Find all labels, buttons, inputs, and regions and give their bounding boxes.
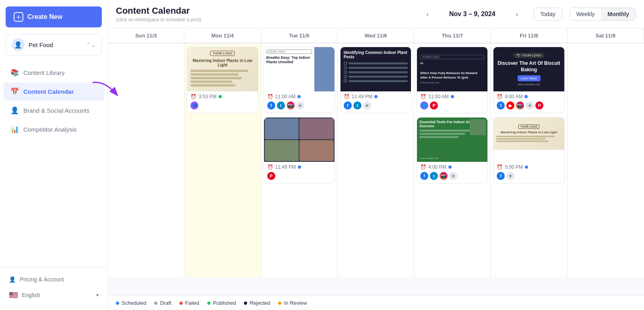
- col-header-wed: Wed 11/6: [338, 29, 414, 43]
- telegram-icon: t: [277, 101, 285, 110]
- flag-icon: 🇺🇸: [9, 291, 18, 300]
- instagram-icon: 📷: [516, 101, 524, 110]
- col-header-mon: Mon 11/4: [184, 29, 261, 43]
- status-dot: [525, 165, 528, 169]
- plus-icon: ＋: [14, 12, 23, 22]
- pinterest-icon: P: [430, 101, 438, 110]
- draft-label: Draft: [160, 300, 171, 306]
- failed-dot: [180, 302, 183, 305]
- add-social-icon[interactable]: +: [363, 101, 371, 110]
- status-dot: [524, 95, 528, 98]
- add-social-icon[interactable]: +: [449, 172, 457, 180]
- monthly-view-button[interactable]: Monthly: [601, 8, 636, 20]
- today-button[interactable]: Today: [533, 8, 562, 21]
- social-icons: f t 📷 +: [267, 101, 331, 110]
- sidebar-item-competitor[interactable]: 📊 Competitor Analysis: [3, 120, 104, 138]
- sidebar-item-label: Content Calendar: [23, 88, 74, 95]
- sidebar-item-content-calendar[interactable]: 📅 Content Calendar: [3, 83, 104, 101]
- post-time-text: 11:49 PM: [352, 94, 372, 99]
- col-tue[interactable]: YOUR LOGO Breathe Easy: Top Indoor Plant…: [261, 43, 338, 277]
- legend-published: Published: [207, 300, 236, 306]
- clock-icon: ⏰: [267, 94, 273, 99]
- social-icons: f t 📷 +: [420, 172, 484, 180]
- status-dot: [297, 95, 301, 98]
- account-selector[interactable]: 👤 Pet Food ⌃⌄: [6, 34, 102, 56]
- status-dot: [298, 165, 301, 169]
- chevron-down-icon: ▾: [96, 292, 99, 298]
- pricing-label: Pricing & Account: [20, 276, 64, 283]
- post-time-text: 8:00 AM: [505, 94, 522, 99]
- add-social-icon[interactable]: +: [296, 101, 304, 110]
- add-social-icon[interactable]: +: [526, 101, 534, 110]
- status-dot: [451, 95, 454, 98]
- col-wed[interactable]: Identifying Common Indoor Plant Pests: [338, 43, 414, 277]
- next-week-button[interactable]: ›: [512, 8, 521, 20]
- post-card-tue-1[interactable]: YOUR LOGO Breathe Easy: Top Indoor Plant…: [264, 47, 335, 113]
- post-thumbnail: YOUR LOGO Mastering Indoor Plants in Low…: [493, 118, 564, 162]
- calendar-grid: Sun 11/3 Mon 11/4 Tue 11/5 Wed 11/6 Thu …: [108, 29, 644, 277]
- post-card-thu-2[interactable]: Essential Tools For Indoor Gardening Suc…: [417, 117, 488, 184]
- sidebar-item-content-library[interactable]: 📚 Content Library: [3, 64, 104, 82]
- clock-icon: ⏰: [267, 164, 273, 170]
- post-time-text: 4:00 PM: [428, 164, 446, 170]
- col-fri[interactable]: 📷 YOUR LOGO Discover The Art Of Biscuit …: [491, 43, 567, 277]
- status-dot: [219, 95, 222, 98]
- calendar-grid-wrap: Sun 11/3 Mon 11/4 Tue 11/5 Wed 11/6 Thu …: [108, 29, 644, 296]
- post-card-mon-1[interactable]: YOUR LOGO Mastering Indoor Plants in Low…: [187, 47, 258, 113]
- social-icons: 🌐 P: [420, 101, 484, 110]
- status-dot: [448, 165, 452, 169]
- post-time-text: 11:49 PM: [275, 164, 296, 170]
- col-header-fri: Fri 11/8: [491, 29, 567, 43]
- telegram-icon: t: [353, 101, 361, 110]
- legend-draft: Draft: [154, 300, 171, 306]
- prev-week-button[interactable]: ‹: [423, 8, 432, 20]
- col-sun[interactable]: [108, 43, 184, 277]
- failed-label: Failed: [185, 300, 199, 306]
- weekly-view-button[interactable]: Weekly: [570, 8, 601, 20]
- create-new-button[interactable]: ＋ Create New: [6, 6, 102, 27]
- post-card-fri-1[interactable]: 📷 YOUR LOGO Discover The Art Of Biscuit …: [493, 47, 564, 113]
- post-card-tue-2[interactable]: ⏰ 11:49 PM P: [264, 117, 335, 184]
- draft-dot: [154, 302, 157, 305]
- add-social-icon[interactable]: +: [506, 172, 514, 180]
- view-toggle: Weekly Monthly: [570, 8, 636, 21]
- post-card-fri-2[interactable]: YOUR LOGO Mastering Indoor Plants in Low…: [493, 117, 564, 184]
- calendar-header: Content Calendar (click on whitespace to…: [108, 0, 644, 29]
- date-range: Nov 3 – 9, 2024: [436, 10, 508, 18]
- create-new-label: Create New: [27, 13, 62, 21]
- calendar-icon: 📅: [10, 87, 19, 96]
- post-time-text: 3:53 PM: [198, 94, 217, 99]
- published-dot: [207, 302, 211, 305]
- calendar-nav: ‹ Nov 3 – 9, 2024 › Today Weekly Monthly: [423, 8, 636, 21]
- col-mon[interactable]: YOUR LOGO Mastering Indoor Plants in Low…: [184, 43, 261, 277]
- facebook-icon: f: [267, 101, 275, 110]
- chevron-icon: ⌃⌄: [86, 41, 96, 48]
- post-card-thu-1[interactable]: YOUR LOGO " Effort Only Fully Releases I…: [417, 47, 488, 113]
- legend-scheduled: Scheduled: [116, 300, 146, 306]
- post-time-text: 11:00 AM: [275, 94, 296, 99]
- col-thu[interactable]: YOUR LOGO " Effort Only Fully Releases I…: [414, 43, 491, 277]
- col-sat[interactable]: [568, 43, 644, 277]
- post-card-wed-1[interactable]: Identifying Common Indoor Plant Pests: [340, 47, 411, 113]
- language-selector[interactable]: 🇺🇸 English ▾: [6, 287, 102, 304]
- facebook-icon: f: [344, 101, 352, 110]
- content-library-icon: 📚: [10, 68, 19, 77]
- clock-icon: ⏰: [344, 94, 350, 99]
- post-time-text: 11:00 AM: [428, 94, 449, 99]
- post-time-text: 5:00 PM: [505, 164, 523, 170]
- instagram-icon: 📷: [287, 101, 295, 110]
- col-header-thu: Thu 11/7: [414, 29, 491, 43]
- sidebar-item-brand-social[interactable]: 👤 Brand & Social Accounts: [3, 101, 104, 120]
- account-name: Pet Food: [29, 41, 82, 48]
- scheduled-label: Scheduled: [122, 300, 146, 306]
- custom-social-icon: 🔵: [190, 101, 198, 110]
- pinterest-icon: P: [535, 101, 543, 110]
- clock-icon: ⏰: [497, 94, 503, 99]
- status-dot: [374, 95, 378, 98]
- social-icons: f +: [497, 172, 561, 180]
- pinterest-icon: P: [267, 172, 275, 180]
- pricing-account-link[interactable]: 👤 Pricing & Account: [6, 272, 102, 287]
- main-content: Content Calendar (click on whitespace to…: [108, 0, 644, 310]
- clock-icon: ⏰: [420, 94, 426, 99]
- scheduled-dot: [116, 302, 119, 305]
